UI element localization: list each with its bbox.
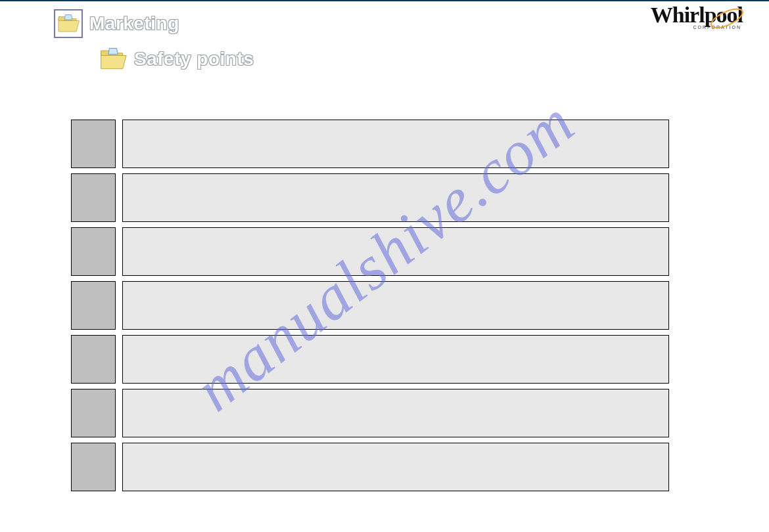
folder-open-icon	[99, 45, 128, 74]
safety-point-text	[122, 389, 669, 437]
safety-point-icon-placeholder	[71, 281, 116, 330]
safety-point-icon-placeholder	[71, 120, 116, 168]
safety-point-text	[122, 443, 669, 491]
safety-point-row	[71, 173, 669, 222]
safety-point-row	[71, 443, 669, 491]
safety-point-icon-placeholder	[71, 227, 116, 276]
safety-point-text	[122, 227, 669, 276]
safety-point-text	[122, 281, 669, 330]
whirlpool-logo: Whirlpool CORPORATION	[651, 4, 743, 30]
logo-brand-text: Whirlpool	[651, 3, 743, 27]
safety-point-row	[71, 227, 669, 276]
safety-point-text	[122, 335, 669, 384]
top-divider	[0, 0, 769, 1]
safety-point-row	[71, 389, 669, 437]
safety-point-icon-placeholder	[71, 335, 116, 384]
safety-point-icon-placeholder	[71, 173, 116, 222]
breadcrumb-level-2-label: Safety points	[134, 49, 254, 70]
safety-points-list	[71, 120, 669, 497]
breadcrumb-level-1-label: Marketing	[89, 13, 179, 34]
folder-open-icon	[54, 9, 83, 38]
safety-point-text	[122, 173, 669, 222]
safety-point-row	[71, 120, 669, 168]
breadcrumb-level-2: Safety points	[99, 45, 254, 74]
safety-point-text	[122, 120, 669, 168]
breadcrumb-level-1: Marketing	[54, 9, 179, 38]
safety-point-icon-placeholder	[71, 389, 116, 437]
safety-point-row	[71, 335, 669, 384]
safety-point-row	[71, 281, 669, 330]
safety-point-icon-placeholder	[71, 443, 116, 491]
